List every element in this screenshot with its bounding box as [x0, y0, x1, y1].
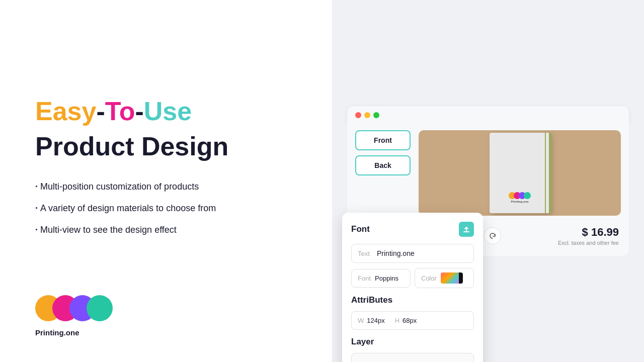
browser-chrome: [347, 106, 629, 122]
color-gradient: [441, 273, 459, 284]
nb-brand-text: Printing.one: [511, 200, 529, 203]
color-black-strip: [459, 273, 463, 284]
font-panel: Font Text Printing.one: [342, 213, 483, 362]
price-value: $ 16.99: [558, 226, 619, 239]
font-panel-title: Font: [351, 224, 370, 234]
notebook-elastic: [545, 133, 546, 213]
notebook-logo: Printing.one: [509, 192, 531, 203]
logo-circles: [35, 295, 113, 321]
headline-use: Use: [144, 97, 192, 126]
price-note: Excl. taxes and other fee: [558, 240, 619, 246]
font-select-value: Poppins: [375, 275, 398, 282]
height-value: 68px: [403, 317, 417, 324]
font-select-label: Font: [358, 275, 371, 282]
dot-green-dot: [373, 112, 379, 118]
font-panel-header: Font: [351, 222, 474, 237]
price-area: $ 16.99 Excl. taxes and other fee: [558, 226, 619, 246]
font-row: Font Poppins Color: [351, 268, 474, 288]
dot-red: [355, 112, 361, 118]
width-attr: W 124px: [358, 317, 385, 324]
attr-row: W 124px H 68px: [351, 311, 474, 330]
height-label: H: [395, 317, 399, 324]
width-label: W: [358, 317, 364, 324]
headline-product: Product Design: [35, 131, 297, 161]
upload-button[interactable]: [459, 222, 474, 237]
dot-yellow: [364, 112, 370, 118]
text-field[interactable]: Text Printing.one: [351, 244, 474, 263]
text-field-label: Text: [358, 250, 373, 257]
layer-area: [351, 353, 474, 362]
redo-button[interactable]: [484, 227, 501, 244]
headline-dash1: -: [96, 97, 105, 126]
layer-title: Layer: [351, 337, 474, 347]
back-button[interactable]: Back: [355, 155, 411, 175]
headline-line1: Easy-To-Use: [35, 97, 297, 127]
width-value: 124px: [367, 317, 384, 324]
attributes-title: AttriButes: [351, 295, 474, 305]
logo-area: Printing.one: [35, 295, 113, 337]
headline-easy: Easy: [35, 97, 96, 126]
app-content: Front Back: [347, 122, 629, 256]
height-attr: H 68px: [395, 317, 417, 324]
features-list: Multi-position customization of products…: [35, 182, 297, 235]
color-label: Color: [421, 275, 437, 282]
notebook-container: Printing.one: [487, 130, 552, 216]
logo-text: Printing.one: [35, 328, 79, 337]
color-section[interactable]: Color: [415, 268, 474, 288]
right-section: Front Back: [332, 0, 644, 362]
nb-circle-4: [524, 192, 531, 199]
feature-item-3: Multi-view to see the design effect: [35, 225, 297, 235]
font-select[interactable]: Font Poppins: [351, 269, 411, 288]
notebook-body: Printing.one: [490, 133, 550, 213]
nb-circles: [509, 192, 531, 199]
app-window: Front Back: [347, 106, 629, 256]
front-button[interactable]: Front: [355, 130, 411, 150]
circle-green: [87, 295, 113, 321]
feature-item-1: Multi-position customization of products: [35, 182, 297, 192]
left-section: Easy-To-Use Product Design Multi-positio…: [0, 0, 332, 362]
notebook-spine: [549, 133, 551, 213]
headline-dash2: -: [135, 97, 143, 126]
product-image: Printing.one: [419, 130, 621, 216]
feature-item-2: A variety of design materials to choose …: [35, 203, 297, 214]
text-field-value: Printing.one: [377, 249, 415, 257]
headline-to: To: [105, 97, 135, 126]
